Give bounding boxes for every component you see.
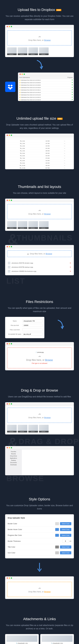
- table-row: file_10.dat490 MB—: [5, 164, 74, 167]
- dropzone[interactable]: ☁ Drop files here, or Browse: [7, 582, 72, 597]
- browse-link[interactable]: Browse: [45, 359, 53, 361]
- file-row: 📁 Submission from 2018-10-31 02:55:24: [18, 79, 74, 82]
- heading: Thumbnails and list layouts: [5, 185, 74, 189]
- upload-table-mock: NameSizeStatus file_0.dat120 MB—file_1.d…: [5, 134, 74, 169]
- section-dragdrop: Drag & Drop or Browse Users can use Drag…: [0, 380, 79, 490]
- select-color-button[interactable]: Select Color: [60, 522, 71, 525]
- thumbnail: [28, 221, 38, 229]
- select-color-button[interactable]: Select Color: [60, 551, 71, 554]
- select-color-button[interactable]: Select Color: [60, 546, 71, 548]
- count-input[interactable]: [22, 328, 42, 331]
- description: You can choose, which layout is more sui…: [5, 192, 74, 195]
- size-input[interactable]: [22, 324, 42, 327]
- table-row: file_8.dat416 MB—: [5, 160, 74, 162]
- cloud-icon: ☁: [11, 208, 68, 212]
- list-item: photodune-1384882-the-business-s.jpg✕: [7, 269, 72, 273]
- browse-link[interactable]: Browse: [44, 213, 51, 215]
- dropzone-error[interactable]: 📄 preview.jpg ☁ Drop files here, or Brow…: [7, 348, 72, 368]
- dropzone[interactable]: ☁ Drop files here, or Browse: [7, 30, 72, 46]
- thumbnail: [7, 425, 17, 432]
- cloud-icon: ☁: [11, 412, 68, 416]
- color-swatch: [55, 534, 59, 537]
- color-swatch: [55, 546, 59, 548]
- thumbnail: [18, 425, 27, 432]
- sidebar-item[interactable]: Downloads: [6, 464, 21, 466]
- file-row: 📁 Submission from 2018-10-31 04:51:30: [18, 94, 74, 96]
- list-item: photodune-2043745-donate-m.jpg✕: [7, 261, 72, 265]
- thumbnail: [7, 221, 17, 229]
- color-swatch: [55, 522, 59, 525]
- section-attachments: Attachments & Links You can receive uplo…: [0, 609, 79, 644]
- sidebar-item[interactable]: Desktop: [6, 459, 21, 462]
- description: You can specify what types of files can …: [5, 306, 74, 313]
- sidebar-item[interactable]: Documents: [6, 462, 21, 464]
- file-row: 📁 Submission from 2018-10-31 04:36:12: [18, 89, 74, 91]
- table-row: file_6.dat342 MB—: [5, 154, 74, 157]
- table-row: file_5.dat305 MB—: [5, 152, 74, 154]
- style-row: Title ColorSelect Color: [8, 544, 71, 550]
- dropzone[interactable]: ☁ Drop files here, or Browse: [7, 408, 72, 423]
- file-row: 📁 Submission from 2018-10-31 04:30:28: [18, 86, 74, 89]
- section-restrictions: Files Restrictions You can specify what …: [0, 292, 79, 380]
- sidebar-item[interactable]: iCloud Drive: [6, 455, 21, 457]
- style-form: Drop Uploader Style Border ColorSelect C…: [5, 514, 74, 558]
- section-style: Style Options You can customize Drop Upl…: [0, 490, 79, 609]
- sidebar-item[interactable]: Favorites: [6, 450, 21, 453]
- file-row: 📁 Submission from 2018-10-31 04:49:18: [18, 91, 74, 94]
- arrow-icon: [47, 320, 74, 330]
- delete-icon[interactable]: ✕: [70, 270, 71, 272]
- description: Users can use Drag&Drop and default file…: [5, 395, 74, 398]
- file-row: 📁 Submission from 2018-10-31 04:56:18: [18, 96, 74, 98]
- thumbnail: [39, 425, 49, 432]
- description: You can customize Drop Uploader colors, …: [5, 504, 74, 510]
- browse-link[interactable]: Browse: [44, 416, 51, 418]
- types-input[interactable]: [22, 333, 42, 336]
- color-swatch: [55, 551, 59, 554]
- thumbnail: [39, 221, 49, 229]
- form-heading: Drop Uploader Style: [8, 517, 71, 519]
- select-color-button[interactable]: Select Color: [60, 528, 71, 531]
- browse-link[interactable]: Browse: [46, 252, 52, 255]
- table-row: file_0.dat120 MB—: [5, 140, 74, 142]
- description: Drop Uploader now uses chunked upload me…: [5, 123, 74, 130]
- new-badge: NEW: [57, 118, 63, 120]
- dropbox-logo: [5, 82, 15, 92]
- file-row: 📁 Submission from 2018-10-31 03:48:06: [18, 84, 74, 86]
- table-row: file_2.dat194 MB—: [5, 145, 74, 147]
- file-row: 📁 Submission from 2018-10-31 04:56:48: [18, 98, 74, 101]
- dropzone[interactable]: ☁ Drop files here, or Browse: [7, 204, 72, 219]
- dropbox-file-list: Form SubmissionsProgress 📁 Submission fr…: [18, 72, 74, 101]
- thumbnails-mock: ☁ Drop files here, or Browse: [5, 198, 74, 231]
- error-dropzone-mock: 📄 preview.jpg ☁ Drop files here, or Brow…: [5, 342, 74, 370]
- thumbnail: [28, 425, 38, 432]
- section-unlimited: Unlimited upload file sizeNEW Drop Uploa…: [0, 109, 79, 177]
- thickness-input[interactable]: [62, 540, 69, 543]
- error-message: File type is not allowed: [11, 362, 68, 364]
- table-row: file_1.dat157 MB—: [5, 142, 74, 145]
- new-badge: NEW: [56, 9, 61, 11]
- style-row: Icon ColorSelect Color: [8, 550, 71, 556]
- heading: Style Options: [5, 497, 74, 501]
- select-color-button[interactable]: Select Color: [60, 534, 71, 537]
- restrictions-form: Name File size limit Files count limit A…: [5, 317, 44, 338]
- cloud-icon: ☁: [11, 34, 68, 38]
- sidebar-item[interactable]: Applications: [6, 457, 21, 459]
- section-layouts: Thumbnails and list layouts You can choo…: [0, 177, 79, 292]
- section-dropbox: Upload files to DropboxNEW You can recei…: [0, 0, 79, 109]
- table-row: file_11.dat527 MB—: [5, 167, 74, 169]
- dropzone[interactable]: ☁ Drop files here, or Browse: [7, 250, 72, 257]
- thumbnail: [18, 48, 27, 55]
- attachment-card: 📎 dropuploader-1.doc: [5, 634, 39, 644]
- browse-link[interactable]: Browse: [44, 39, 51, 41]
- delete-icon[interactable]: ✕: [70, 266, 71, 268]
- arrow-icon: [36, 562, 43, 572]
- browse-link[interactable]: Browse: [44, 590, 51, 593]
- heading: Unlimited upload file sizeNEW: [5, 116, 74, 120]
- name-input[interactable]: [22, 320, 42, 322]
- style-row: Progress Bar ColorSelect Color: [8, 532, 71, 538]
- list-item: photodune-6243796-startup-m.jpg✕: [7, 265, 72, 269]
- cloud-icon: ☁: [11, 354, 68, 358]
- table-row: file_3.dat231 MB—: [5, 147, 74, 150]
- delete-icon[interactable]: ✕: [70, 262, 71, 264]
- sidebar-item[interactable]: Recents: [6, 453, 21, 455]
